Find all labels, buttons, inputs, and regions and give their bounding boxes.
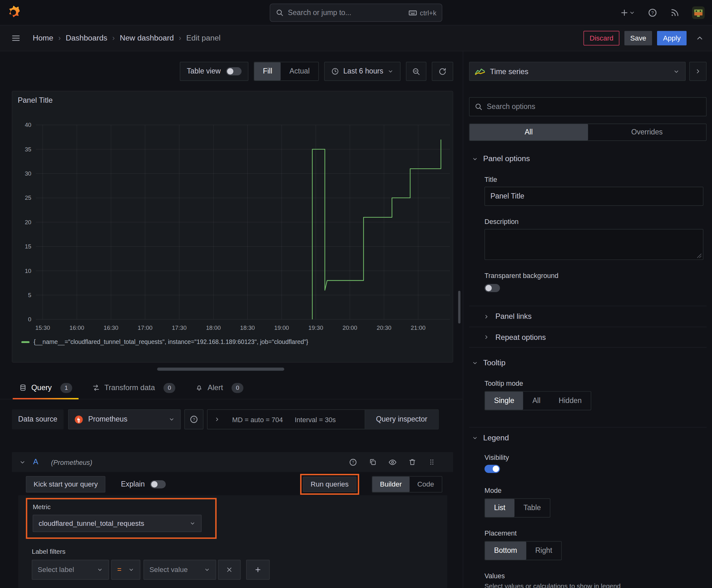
query-ref-header[interactable]: A (Prometheus) ? [12,452,453,472]
zoom-out-button[interactable] [406,62,426,81]
svg-text:20: 20 [25,219,31,226]
operator-dropdown[interactable]: = [111,560,140,580]
visualization-row: Time series [469,62,706,81]
query-ref-datasource: (Prometheus) [51,458,92,466]
svg-text:15:30: 15:30 [35,324,50,331]
delete-query-button[interactable] [408,458,416,466]
section-legend[interactable]: Legend [472,434,707,443]
option-actual[interactable]: Actual [281,62,318,80]
apply-button[interactable]: Apply [657,31,687,45]
grafana-logo[interactable] [4,3,22,22]
tab-transform-label: Transform data [105,383,155,392]
toggle-query-visibility-button[interactable] [388,458,397,466]
options-search[interactable] [469,97,706,117]
chart-legend[interactable]: {__name__="cloudflared_tunnel_total_requ… [21,339,308,345]
global-search[interactable]: ctrl+k [270,4,442,22]
save-button[interactable]: Save [624,31,652,45]
kick-start-query-button[interactable]: Kick start your query [26,476,106,492]
table-view-label: Table view [187,67,221,76]
visualization-picker[interactable]: Time series [469,62,686,81]
new-menu-button[interactable] [620,8,635,17]
option-single[interactable]: Single [485,392,523,410]
query-help-button[interactable]: ? [349,458,357,466]
tab-alert[interactable]: Alert 0 [188,377,251,399]
metric-select[interactable]: cloudflared_tunnel_total_requests [33,515,201,532]
horizontal-scrollbar[interactable] [157,368,284,371]
hamburger-icon [11,33,21,43]
drag-query-handle[interactable] [428,458,436,466]
legend-values-label: Values [484,572,706,580]
time-series-chart[interactable]: 051015202530354015:3016:0016:3017:0017:3… [12,111,453,335]
collapse-pane-button[interactable] [689,62,707,81]
tab-transform-data[interactable]: Transform data 0 [85,377,182,399]
legend-visibility-toggle[interactable] [484,465,500,473]
resize-handle-icon[interactable] [697,253,702,258]
options-search-input[interactable] [487,103,701,111]
datasource-help-button[interactable]: ? [185,409,204,429]
section-tooltip[interactable]: Tooltip [472,358,707,368]
time-range-picker[interactable]: Last 6 hours [324,62,401,81]
option-list[interactable]: List [485,499,515,517]
datasource-picker[interactable]: Prometheus [68,409,181,429]
menu-toggle-button[interactable] [11,33,21,43]
help-button[interactable]: ? [648,7,658,18]
breadcrumb-dashboards[interactable]: Dashboards [66,34,107,43]
svg-text:40: 40 [25,122,31,128]
option-overrides[interactable]: Overrides [588,124,706,141]
user-avatar[interactable] [692,6,705,19]
option-right[interactable]: Right [526,542,561,560]
svg-text:18:30: 18:30 [240,324,255,331]
duplicate-query-button[interactable] [369,458,377,466]
breadcrumb-separator: › [58,34,61,42]
table-view-toggle-group[interactable]: Table view [180,62,248,81]
tab-query-count: 1 [60,383,72,393]
metric-value: cloudflared_tunnel_total_requests [39,519,145,527]
tab-query[interactable]: Query 1 [12,377,80,399]
chevron-down-icon[interactable] [19,459,26,465]
option-all[interactable]: All [523,392,550,410]
panel-title-input[interactable] [484,187,703,206]
query-options-summary[interactable]: MD = auto = 704 Interval = 30s Query ins… [207,409,438,429]
select-label-dropdown[interactable]: Select label [32,560,109,580]
transparent-background-toggle[interactable] [484,284,500,292]
legend-visibility-label: Visibility [484,454,706,461]
remove-filter-button[interactable] [218,560,240,580]
repeat-options-section[interactable]: Repeat options [469,327,706,348]
legend-series-label[interactable]: {__name__="cloudflared_tunnel_total_requ… [34,339,308,345]
breadcrumb: Home › Dashboards › New dashboard › Edit… [33,34,220,43]
vertical-scrollbar[interactable] [458,291,460,323]
add-filter-button[interactable] [246,560,270,580]
grafana-flame-icon [5,4,21,21]
explain-toggle[interactable] [150,480,166,488]
datasource-label: Data source [12,409,64,429]
option-hidden[interactable]: Hidden [550,392,591,410]
chevron-down-icon [97,567,103,573]
option-fill[interactable]: Fill [254,62,281,80]
svg-text:?: ? [651,10,654,15]
chevron-down-icon [387,68,394,75]
option-bottom[interactable]: Bottom [485,542,526,560]
chevron-down-icon [128,567,134,573]
panel-actions: Discard Save Apply [584,31,704,45]
option-builder[interactable]: Builder [372,477,410,492]
panel-links-section[interactable]: Panel links [469,306,706,327]
select-value-dropdown[interactable]: Select value [144,560,216,580]
option-table[interactable]: Table [515,499,550,517]
refresh-button[interactable] [432,62,453,81]
discard-button[interactable]: Discard [584,31,619,45]
metric-label: Metric [33,504,210,511]
table-view-toggle[interactable] [226,67,241,76]
svg-text:?: ? [193,417,195,422]
breadcrumb-new-dashboard[interactable]: New dashboard [120,34,174,43]
breadcrumb-home[interactable]: Home [33,34,53,43]
run-queries-button[interactable]: Run queries [303,477,356,492]
option-all[interactable]: All [470,124,588,141]
panel-description-input[interactable] [484,229,703,260]
query-inspector-button[interactable]: Query inspector [365,410,438,429]
editor-tabs: Query 1 Transform data 0 Alert 0 [0,377,462,399]
option-code[interactable]: Code [410,477,442,492]
section-panel-options[interactable]: Panel options [472,154,707,164]
news-button[interactable] [670,7,679,18]
search-input[interactable] [288,8,404,17]
collapse-options-button[interactable] [695,34,704,43]
